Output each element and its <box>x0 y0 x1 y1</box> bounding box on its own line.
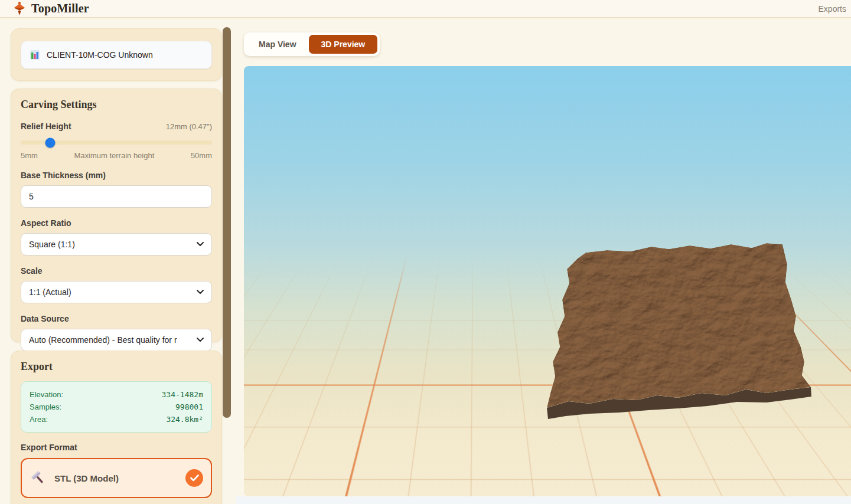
base-thickness-label: Base Thickness (mm) <box>21 171 212 180</box>
view-tabs: Map View 3D Preview <box>244 32 380 56</box>
app-title: TopoMiller <box>31 2 89 15</box>
dataset-label: CLIENT-10M-COG Unknown <box>47 50 153 60</box>
stats-row-area: Area: 324.8km² <box>30 413 203 426</box>
area-label: Area: <box>30 415 48 424</box>
format-option-stl[interactable]: STL (3D Model) <box>21 458 212 498</box>
selected-badge <box>185 469 203 487</box>
data-source-select[interactable]: Auto (Recommended) - Best quality for r <box>21 329 212 351</box>
slider-mid-label: Maximum terrain height <box>74 151 154 160</box>
samples-value: 998001 <box>175 402 203 411</box>
export-panel: Export Elevation: 334-1482m Samples: 998… <box>11 351 222 504</box>
slider-max-label: 50mm <box>191 151 212 160</box>
format-stl-label: STL (3D Model) <box>54 473 119 483</box>
slider-min-label: 5mm <box>21 151 38 160</box>
spinning-top-icon <box>13 2 26 16</box>
bottom-strip <box>236 496 851 504</box>
dataset-panel: CLIENT-10M-COG Unknown <box>11 28 222 81</box>
data-source-value: Auto (Recommended) - Best quality for r <box>29 335 193 345</box>
carving-settings-panel: Carving Settings Relief Height 12mm (0.4… <box>11 89 222 342</box>
chevron-down-icon <box>197 242 204 247</box>
carving-settings-title: Carving Settings <box>21 99 212 111</box>
chevron-down-icon <box>197 290 204 294</box>
export-stats-box: Elevation: 334-1482m Samples: 998001 Are… <box>21 381 212 433</box>
area-value: 324.8km² <box>166 415 203 424</box>
relief-height-label: Relief Height <box>21 122 71 131</box>
samples-label: Samples: <box>30 402 61 411</box>
stats-row-samples: Samples: 998001 <box>30 401 203 413</box>
main-content: Map View 3D Preview <box>236 18 851 504</box>
relief-height-thumb[interactable] <box>45 138 56 148</box>
terrain-model <box>542 241 817 427</box>
scale-select[interactable]: 1:1 (Actual) <box>21 281 212 303</box>
chevron-down-icon <box>197 338 204 342</box>
scale-value: 1:1 (Actual) <box>29 287 193 297</box>
sidebar: CLIENT-10M-COG Unknown Carving Settings … <box>0 18 236 504</box>
relief-height-slider[interactable] <box>21 140 212 145</box>
bar-chart-icon <box>30 50 40 60</box>
terrain-3d-canvas[interactable] <box>244 66 851 496</box>
aspect-ratio-value: Square (1:1) <box>29 240 193 249</box>
terrain-surface <box>547 243 811 408</box>
scale-label: Scale <box>21 266 212 276</box>
sidebar-scrollbar-thumb[interactable] <box>223 27 231 418</box>
stats-row-elevation: Elevation: 334-1482m <box>30 388 203 401</box>
aspect-ratio-select[interactable]: Square (1:1) <box>21 233 212 256</box>
export-title: Export <box>21 361 212 373</box>
tab-map-view[interactable]: Map View <box>246 35 309 54</box>
relief-height-value: 12mm (0.47") <box>166 122 212 131</box>
data-source-label: Data Source <box>21 314 212 323</box>
base-thickness-input[interactable] <box>21 185 212 208</box>
aspect-ratio-label: Aspect Ratio <box>21 218 212 228</box>
hammer-icon <box>31 471 45 485</box>
elevation-label: Elevation: <box>30 390 63 399</box>
dataset-card[interactable]: CLIENT-10M-COG Unknown <box>21 41 212 69</box>
app-header: TopoMiller Exports <box>0 0 851 18</box>
app-logo[interactable]: TopoMiller <box>13 2 89 16</box>
elevation-value: 334-1482m <box>162 390 203 399</box>
tab-3d-preview[interactable]: 3D Preview <box>309 35 378 54</box>
exports-link[interactable]: Exports <box>819 4 847 14</box>
export-format-label: Export Format <box>21 443 212 452</box>
check-icon <box>190 474 199 482</box>
